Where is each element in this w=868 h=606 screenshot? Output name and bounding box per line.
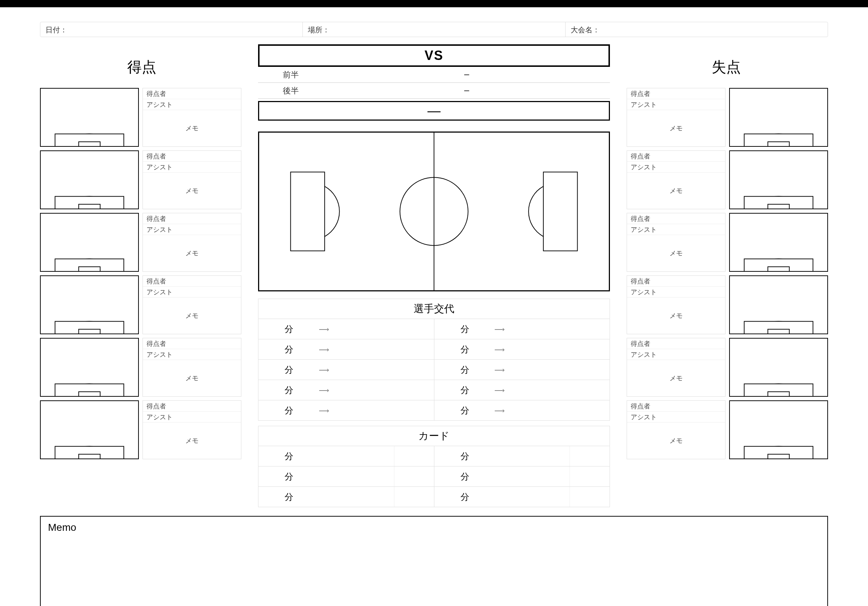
assist-field[interactable]: アシスト: [627, 99, 725, 110]
card-color-cell[interactable]: [394, 446, 434, 466]
goal-entry-row: 得点者 アシスト メモ: [625, 338, 828, 397]
goal-memo-field[interactable]: メモ: [143, 173, 241, 209]
scorer-field[interactable]: 得点者: [143, 213, 241, 224]
scorer-field[interactable]: 得点者: [143, 276, 241, 287]
assist-field[interactable]: アシスト: [627, 349, 725, 360]
goal-diagram-box[interactable]: [729, 400, 828, 459]
assist-field[interactable]: アシスト: [143, 349, 241, 360]
card-row[interactable]: 分: [434, 446, 610, 466]
goal-diagram-box[interactable]: [40, 400, 139, 459]
goal-diagram-box[interactable]: [40, 88, 139, 147]
goal-diagram-box[interactable]: [729, 150, 828, 209]
scorer-field[interactable]: 得点者: [143, 401, 241, 412]
card-color-cell[interactable]: [570, 467, 609, 487]
card-row[interactable]: 分: [259, 487, 434, 507]
goal-diagram-box[interactable]: [40, 338, 139, 397]
scorer-field[interactable]: 得点者: [143, 88, 241, 99]
place-field[interactable]: 場所：: [303, 22, 565, 37]
scorer-field[interactable]: 得点者: [627, 151, 725, 162]
sub-minute-label: 分: [259, 405, 298, 416]
assist-field[interactable]: アシスト: [627, 287, 725, 298]
goal-diagram-box[interactable]: [40, 275, 139, 334]
goal-memo-field[interactable]: メモ: [627, 173, 725, 209]
sub-minute-label: 分: [434, 364, 474, 376]
scorer-field[interactable]: 得点者: [627, 338, 725, 349]
card-color-cell[interactable]: [570, 446, 609, 466]
half-pitch-icon: [730, 287, 827, 334]
card-row[interactable]: 分: [259, 466, 434, 487]
substitution-row[interactable]: 分 ⟶: [259, 400, 434, 420]
goal-memo-field[interactable]: メモ: [627, 110, 725, 147]
goal-memo-field[interactable]: メモ: [627, 360, 725, 396]
substitution-row[interactable]: 分 ⟶: [259, 339, 434, 359]
card-color-cell[interactable]: [570, 487, 609, 507]
card-minute-label: 分: [259, 471, 298, 482]
goal-diagram-box[interactable]: [729, 213, 828, 272]
substitution-row[interactable]: 分 ⟶: [434, 400, 610, 420]
substitution-row[interactable]: 分 ⟶: [434, 339, 610, 359]
half-pitch-icon: [41, 162, 138, 209]
scorer-field[interactable]: 得点者: [627, 88, 725, 99]
card-color-cell[interactable]: [394, 487, 434, 507]
assist-field[interactable]: アシスト: [143, 224, 241, 235]
vs-header: VS: [258, 44, 610, 67]
goal-diagram-box[interactable]: [40, 150, 139, 209]
goals-against-column: 失点 得点者 アシスト メモ 得点者 アシスト メモ: [625, 44, 828, 507]
substitution-row[interactable]: 分 ⟶: [434, 359, 610, 380]
assist-field[interactable]: アシスト: [627, 412, 725, 422]
sub-minute-label: 分: [434, 384, 474, 396]
goal-memo-field[interactable]: メモ: [627, 235, 725, 271]
substitutions-section: 選手交代 分 ⟶ 分 ⟶ 分 ⟶ 分 ⟶ 分 ⟶ 分 ⟶ 分 ⟶ 分 ⟶ 分 ⟶…: [258, 298, 610, 421]
svg-rect-16: [744, 134, 813, 146]
second-half-score[interactable]: −: [324, 85, 610, 97]
total-score-row[interactable]: —: [258, 101, 610, 121]
goal-memo-field[interactable]: メモ: [627, 298, 725, 334]
goal-memo-field[interactable]: メモ: [143, 360, 241, 396]
goal-info-box: 得点者 アシスト メモ: [143, 400, 241, 459]
scorer-field[interactable]: 得点者: [627, 213, 725, 224]
scorer-field[interactable]: 得点者: [143, 151, 241, 162]
goal-memo-field[interactable]: メモ: [143, 422, 241, 459]
scorer-field[interactable]: 得点者: [627, 401, 725, 412]
assist-field[interactable]: アシスト: [143, 99, 241, 110]
assist-field[interactable]: アシスト: [143, 162, 241, 173]
goal-memo-field[interactable]: メモ: [143, 235, 241, 271]
svg-rect-4: [55, 259, 124, 271]
substitution-row[interactable]: 分 ⟶: [259, 359, 434, 380]
half-pitch-icon: [41, 349, 138, 396]
card-row[interactable]: 分: [259, 446, 434, 466]
substitution-row[interactable]: 分 ⟶: [259, 380, 434, 400]
goal-diagram-box[interactable]: [40, 213, 139, 272]
goal-diagram-box[interactable]: [729, 338, 828, 397]
scorer-field[interactable]: 得点者: [143, 338, 241, 349]
date-field[interactable]: 日付：: [40, 22, 303, 37]
card-row[interactable]: 分: [434, 466, 610, 487]
half-pitch-icon: [41, 224, 138, 271]
scorer-field[interactable]: 得点者: [627, 276, 725, 287]
substitution-row[interactable]: 分 ⟶: [434, 380, 610, 400]
card-minute-label: 分: [259, 450, 298, 462]
svg-rect-18: [744, 196, 813, 209]
goal-info-box: 得点者 アシスト メモ: [627, 400, 725, 459]
competition-field[interactable]: 大会名：: [566, 22, 828, 37]
goal-entry-row: 得点者 アシスト メモ: [40, 338, 243, 397]
substitution-row[interactable]: 分 ⟶: [434, 318, 610, 339]
center-column: VS 前半 − 後半 − —: [258, 44, 610, 507]
goal-diagram-box[interactable]: [729, 88, 828, 147]
goal-diagram-box[interactable]: [729, 275, 828, 334]
goal-info-box: 得点者 アシスト メモ: [627, 213, 725, 272]
assist-field[interactable]: アシスト: [143, 412, 241, 422]
assist-field[interactable]: アシスト: [143, 287, 241, 298]
first-half-score[interactable]: −: [324, 69, 610, 80]
goal-memo-field[interactable]: メモ: [627, 422, 725, 459]
card-color-cell[interactable]: [394, 467, 434, 487]
substitution-row[interactable]: 分 ⟶: [259, 318, 434, 339]
assist-field[interactable]: アシスト: [627, 224, 725, 235]
goal-memo-field[interactable]: メモ: [143, 298, 241, 334]
assist-field[interactable]: アシスト: [627, 162, 725, 173]
pitch-diagram[interactable]: [258, 131, 610, 291]
memo-box[interactable]: Memo: [40, 516, 828, 606]
goal-info-box: 得点者 アシスト メモ: [627, 338, 725, 397]
card-row[interactable]: 分: [434, 487, 610, 507]
goal-memo-field[interactable]: メモ: [143, 110, 241, 147]
